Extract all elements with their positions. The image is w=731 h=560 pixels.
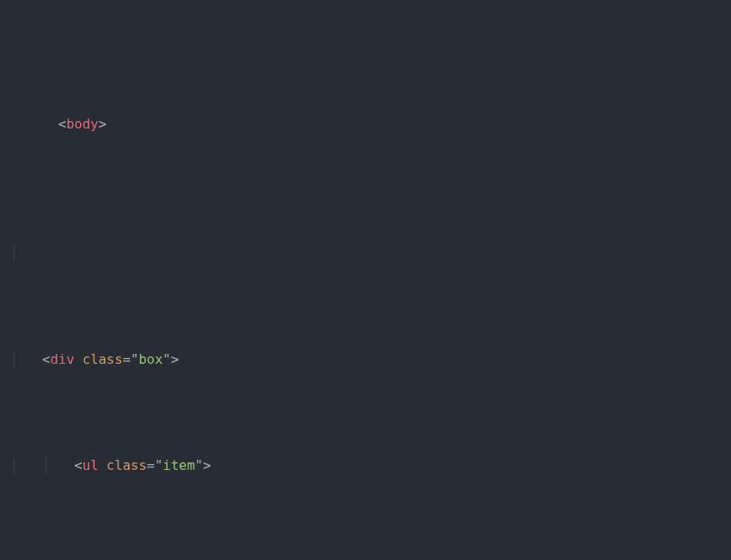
punct: = — [123, 351, 131, 367]
punct: " — [195, 457, 204, 473]
punct: " — [154, 457, 163, 473]
code-editor: <body> │ │ <div class="box"> │ │ <ul cla… — [0, 0, 731, 560]
punct: = — [147, 457, 155, 473]
tag-body: body — [66, 116, 98, 132]
tag-ul: ul — [83, 457, 98, 473]
code-line: <body> — [10, 92, 721, 156]
attr-class: class — [83, 351, 123, 367]
code-line: │ <div class="box"> — [10, 349, 721, 371]
punct: < — [43, 351, 51, 367]
punct: > — [98, 116, 107, 132]
code-line: │ │ <ul class="item"> — [10, 455, 721, 477]
tag-div: div — [50, 351, 74, 367]
code-line: │ — [10, 242, 721, 264]
punct — [98, 457, 107, 473]
string: item — [163, 457, 195, 473]
punct: > — [203, 457, 211, 473]
punct: > — [171, 351, 179, 367]
punct — [74, 351, 83, 367]
punct: " — [131, 351, 139, 367]
attr-class: class — [107, 457, 147, 473]
string: box — [139, 351, 163, 367]
punct: < — [58, 116, 67, 132]
punct: < — [74, 457, 83, 473]
punct: " — [163, 351, 171, 367]
